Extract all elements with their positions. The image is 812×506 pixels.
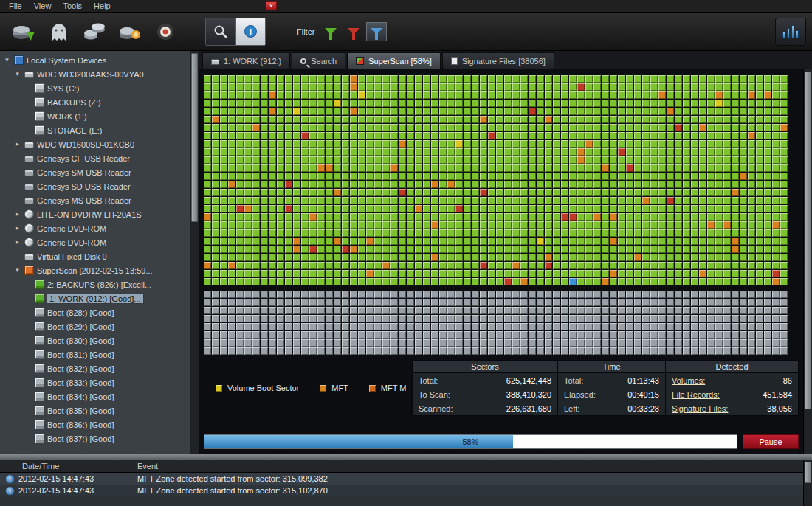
filter-remove-button[interactable] bbox=[343, 22, 364, 41]
tree-item[interactable]: Boot (835:) [Good] bbox=[0, 403, 190, 417]
info-button[interactable] bbox=[235, 18, 265, 45]
tree-item[interactable]: LITE-ON DVDRW LH-20A1S bbox=[0, 207, 190, 221]
log-col-datetime[interactable]: Date/Time bbox=[0, 462, 137, 471]
progress-bar: 58% bbox=[204, 434, 737, 449]
tree-item[interactable]: WORK (1:) bbox=[0, 109, 190, 123]
tree-item[interactable]: Boot (831:) [Good] bbox=[0, 347, 190, 361]
stats-row: Total:01:13:43 bbox=[558, 373, 665, 387]
vol-gray-icon bbox=[35, 406, 44, 415]
tree-item-label: Boot (835:) [Good] bbox=[47, 406, 114, 415]
scan-scrollbar[interactable] bbox=[803, 69, 812, 454]
tree-item[interactable]: BACKUPS (Z:) bbox=[0, 95, 190, 109]
view-button-group bbox=[205, 18, 266, 46]
tree-item[interactable]: 1: WORK (912:) [Good]... bbox=[0, 291, 190, 305]
vol-green-icon bbox=[35, 294, 44, 303]
tree-item[interactable]: Virtual Fixed Disk 0 bbox=[0, 249, 190, 263]
tree-item[interactable]: STORAGE (E:) bbox=[0, 123, 190, 137]
menu-bar: FileViewToolsHelp bbox=[0, 0, 812, 13]
expander-icon[interactable] bbox=[13, 140, 21, 148]
tree-item[interactable]: Genesys SM USB Reader bbox=[0, 165, 190, 179]
stats-label[interactable]: Volumes: bbox=[672, 376, 705, 385]
tree-item[interactable]: Boot (832:) [Good] bbox=[0, 361, 190, 375]
tree-scrollbar[interactable] bbox=[190, 51, 199, 454]
dual-disks-icon bbox=[82, 21, 107, 43]
recover-files-button[interactable] bbox=[6, 16, 41, 47]
device-tree: Local System DevicesWDC WD3200AAKS-00VYA… bbox=[0, 51, 190, 454]
tree-item[interactable]: Generic DVD-ROM bbox=[0, 235, 190, 249]
tree-item[interactable]: WDC WD3200AAKS-00VYA0 bbox=[0, 67, 190, 81]
log-scrollbar-thumb[interactable] bbox=[805, 462, 811, 483]
tree-item[interactable]: Boot (830:) [Good] bbox=[0, 333, 190, 347]
tree-item[interactable]: Boot (836:) [Good] bbox=[0, 417, 190, 432]
vol-gray-icon bbox=[35, 350, 44, 359]
tree-item[interactable]: Genesys CF USB Reader bbox=[0, 151, 190, 165]
expander-icon[interactable] bbox=[13, 210, 21, 218]
partition-recovery-button[interactable] bbox=[112, 16, 148, 47]
log-row[interactable]: 2012-02-15 14:47:43MFT Zone detected sta… bbox=[0, 485, 803, 496]
tree-item[interactable]: WDC WD1600SD-01KCB0 bbox=[0, 137, 190, 151]
tree-item-label: SuperScan [2012-02-15 13:59... bbox=[37, 266, 153, 275]
tree-item[interactable]: Generic DVD-ROM bbox=[0, 221, 190, 235]
tree-item[interactable]: SuperScan [2012-02-15 13:59... bbox=[0, 263, 190, 277]
disk-image-button[interactable] bbox=[77, 16, 112, 47]
expander-icon[interactable] bbox=[13, 238, 21, 246]
tab-1-work-912[interactable]: 1: WORK (912:) bbox=[202, 52, 290, 69]
vol-gray-icon bbox=[35, 434, 44, 443]
stats-group-sectors: SectorsTotal:625,142,448To Scan:388,410,… bbox=[413, 361, 557, 415]
tree-item-label: Generic DVD-ROM bbox=[37, 224, 106, 233]
tree-item[interactable]: Genesys SD USB Reader bbox=[0, 179, 190, 193]
menu-help[interactable]: Help bbox=[88, 1, 117, 11]
tab-search[interactable]: Search bbox=[292, 52, 345, 69]
expander-icon[interactable] bbox=[13, 266, 21, 274]
expander-icon[interactable] bbox=[3, 56, 11, 64]
tree-item[interactable]: Local System Devices bbox=[0, 53, 190, 67]
log-scrollbar[interactable] bbox=[803, 460, 812, 506]
statistics-button[interactable] bbox=[775, 18, 806, 46]
scan-legend: Volume Boot SectorMFTMFT M bbox=[204, 360, 412, 416]
stats-value: 226,631,680 bbox=[506, 404, 551, 413]
scan-row bbox=[204, 164, 799, 173]
stats-row: Signature Files:38,056 bbox=[666, 401, 798, 415]
log-col-event[interactable]: Event bbox=[137, 462, 803, 471]
scan-scrollbar-thumb[interactable] bbox=[805, 72, 811, 409]
tree-item[interactable]: Boot (834:) [Good] bbox=[0, 389, 190, 403]
tree-item-label: Genesys SD USB Reader bbox=[37, 182, 131, 191]
app-window: FileViewToolsHelp bbox=[0, 0, 812, 506]
scan-row bbox=[204, 197, 799, 205]
log-row[interactable]: 2012-02-15 14:47:43MFT Zone detected sta… bbox=[0, 473, 803, 485]
stats-row: To Scan:388,410,320 bbox=[413, 387, 557, 401]
disk-icon bbox=[211, 59, 219, 65]
close-icon[interactable] bbox=[266, 1, 277, 10]
scan-row bbox=[204, 91, 799, 100]
tree-scrollbar-thumb[interactable] bbox=[191, 53, 198, 222]
stats-label[interactable]: Signature Files: bbox=[672, 404, 728, 413]
expander-icon[interactable] bbox=[13, 224, 21, 232]
stats-label[interactable]: File Records: bbox=[672, 390, 720, 399]
tree-item-label: Genesys MS USB Reader bbox=[37, 196, 131, 205]
unerase-button[interactable] bbox=[41, 16, 77, 47]
stats-group-title: Detected bbox=[666, 361, 798, 373]
filter-add-button[interactable] bbox=[320, 22, 341, 41]
tab-signature-files-38056[interactable]: Signature Files [38056] bbox=[442, 52, 554, 69]
tab-superscan-58[interactable]: SuperScan [58%] bbox=[347, 52, 441, 69]
tree-item[interactable]: SYS (C:) bbox=[0, 81, 190, 95]
info-icon bbox=[6, 475, 14, 483]
vol-gray-icon bbox=[35, 378, 44, 387]
tree-item[interactable]: Boot (837:) [Good] bbox=[0, 432, 190, 446]
pause-button[interactable]: Pause bbox=[743, 434, 799, 449]
tree-item[interactable]: Genesys MS USB Reader bbox=[0, 193, 190, 207]
scan-row-unscanned bbox=[204, 291, 799, 299]
menu-view[interactable]: View bbox=[28, 1, 58, 11]
expander-icon[interactable] bbox=[13, 70, 21, 78]
tree-item[interactable]: Boot (833:) [Good] bbox=[0, 375, 190, 389]
tree-item[interactable]: Boot (829:) [Good] bbox=[0, 319, 190, 333]
menu-file[interactable]: File bbox=[3, 1, 28, 11]
log-splitter[interactable] bbox=[0, 454, 812, 460]
tree-item-label: Virtual Fixed Disk 0 bbox=[37, 252, 107, 261]
search-button[interactable] bbox=[206, 18, 235, 45]
superscan-tool-button[interactable] bbox=[148, 16, 183, 47]
filter-button[interactable] bbox=[366, 22, 387, 41]
menu-tools[interactable]: Tools bbox=[57, 1, 88, 11]
tree-item[interactable]: Boot (828:) [Good] bbox=[0, 305, 190, 319]
tree-item[interactable]: 2: BACKUPS (826:) [Excell... bbox=[0, 277, 190, 291]
